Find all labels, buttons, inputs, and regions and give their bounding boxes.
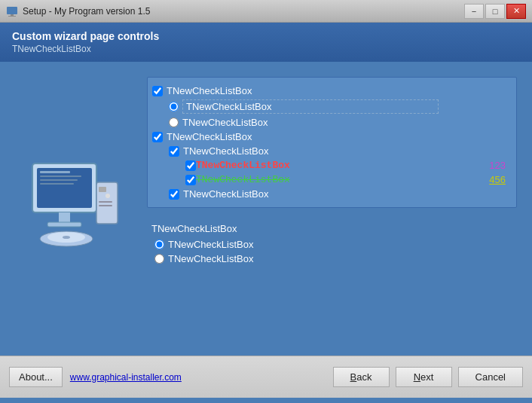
list2-header: TNewCheckListBox xyxy=(151,223,512,234)
list2-item-0: TNewCheckListBox xyxy=(168,239,253,250)
checkbox-4[interactable] xyxy=(169,146,179,157)
list-item: TNewCheckListBox xyxy=(151,252,512,266)
list-item: TNewCheckListBox xyxy=(151,237,512,252)
app-icon xyxy=(6,5,18,17)
list-item: TNewCheckListBox xyxy=(152,98,512,115)
svg-rect-10 xyxy=(47,222,81,227)
item-num-5: 123 xyxy=(489,160,512,171)
list-item: TNewCheckListBox xyxy=(152,144,512,158)
right-panel: TNewCheckListBox TNewCheckListBox TNewCh… xyxy=(139,62,532,356)
svg-rect-6 xyxy=(40,176,81,177)
row-6: TNewCheckListBox 456 xyxy=(185,174,512,185)
item-label-0: TNewCheckListBox xyxy=(167,85,252,96)
title-bar-left: Setup - My Program version 1.5 xyxy=(6,5,150,17)
about-button[interactable]: About... xyxy=(9,367,63,387)
next-button[interactable]: Next xyxy=(396,367,452,387)
svg-point-13 xyxy=(105,194,110,198)
item-label-2: TNewCheckListBox xyxy=(182,117,268,128)
checkbox-3[interactable] xyxy=(152,132,163,142)
radio-1[interactable] xyxy=(169,118,179,127)
svg-rect-5 xyxy=(40,171,70,173)
list-item: TNewCheckListBox xyxy=(152,84,512,98)
checkbox-6[interactable] xyxy=(185,175,196,185)
list-item: TNewCheckListBox xyxy=(152,187,512,201)
radio-0[interactable] xyxy=(169,102,179,111)
next-label: Next xyxy=(414,371,434,383)
checklist-1: TNewCheckListBox TNewCheckListBox TNewCh… xyxy=(147,77,517,208)
header-subtitle: TNewCheckListBox xyxy=(12,44,520,54)
radio-list2-0[interactable] xyxy=(154,240,164,249)
svg-rect-7 xyxy=(40,179,78,181)
radio-list2-1[interactable] xyxy=(154,254,164,264)
window-title: Setup - My Program version 1.5 xyxy=(23,6,150,17)
list-item: TNewCheckListBox xyxy=(152,130,512,144)
checkbox-7[interactable] xyxy=(169,189,179,200)
footer: About... www.graphical-installer.com Bac… xyxy=(0,356,532,398)
checklist-2: TNewCheckListBox TNewCheckListBox TNewCh… xyxy=(147,218,517,270)
svg-rect-12 xyxy=(99,187,106,192)
item-label-6: TNewCheckListBox xyxy=(196,174,290,185)
graphical-installer-link[interactable]: www.graphical-installer.com xyxy=(70,372,182,383)
main-content: TNewCheckListBox TNewCheckListBox TNewCh… xyxy=(0,62,532,356)
title-bar: Setup - My Program version 1.5 − □ ✕ xyxy=(0,0,532,23)
svg-rect-1 xyxy=(11,14,14,16)
svg-rect-4 xyxy=(37,168,92,208)
item-label-4: TNewCheckListBox xyxy=(183,145,268,157)
item-num-6: 456 xyxy=(489,174,512,185)
minimize-button[interactable]: − xyxy=(464,4,484,19)
item-label-7: TNewCheckListBox xyxy=(183,188,268,200)
checkbox-5[interactable] xyxy=(185,160,196,171)
close-button[interactable]: ✕ xyxy=(506,4,526,19)
item-label-3: TNewCheckListBox xyxy=(167,131,252,142)
left-panel xyxy=(0,62,139,356)
header: Custom wizard page controls TNewCheckLis… xyxy=(0,23,532,62)
item-label-1: TNewCheckListBox xyxy=(186,101,271,112)
list-item: TNewCheckListBox xyxy=(152,115,512,130)
svg-rect-15 xyxy=(99,205,112,206)
footer-right: Back Next Cancel xyxy=(333,367,523,387)
back-button[interactable]: Back xyxy=(333,367,390,387)
computer-illustration xyxy=(17,160,123,258)
cancel-button[interactable]: Cancel xyxy=(458,367,523,387)
back-label: Back xyxy=(350,371,372,383)
checkbox-0[interactable] xyxy=(152,86,163,96)
list-item: TNewCheckListBox 456 xyxy=(152,172,512,187)
header-title: Custom wizard page controls xyxy=(12,30,520,42)
svg-rect-2 xyxy=(8,16,16,17)
row-5: TNewCheckListBox 123 xyxy=(185,160,512,171)
svg-point-18 xyxy=(63,236,70,239)
list-item: TNewCheckListBox 123 xyxy=(152,158,512,172)
dotted-radio-box: TNewCheckListBox xyxy=(182,99,439,114)
footer-left: About... www.graphical-installer.com xyxy=(9,367,182,387)
title-bar-buttons: − □ ✕ xyxy=(464,4,526,19)
list2-item-1: TNewCheckListBox xyxy=(168,253,253,264)
svg-rect-0 xyxy=(7,7,17,14)
restore-button[interactable]: □ xyxy=(485,4,505,19)
item-label-5: TNewCheckListBox xyxy=(196,160,290,171)
svg-rect-8 xyxy=(40,183,74,185)
svg-rect-14 xyxy=(99,201,112,203)
